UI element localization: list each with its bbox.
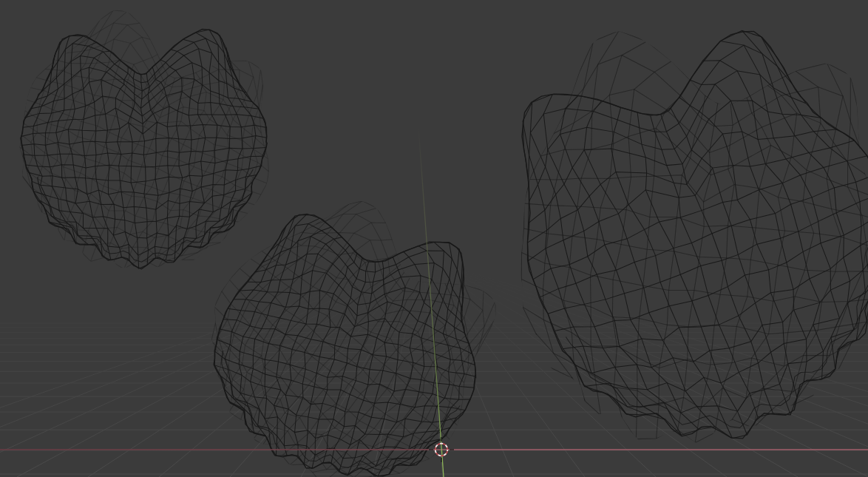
3d-viewport[interactable] [0,0,868,477]
viewport-canvas[interactable] [0,0,868,477]
